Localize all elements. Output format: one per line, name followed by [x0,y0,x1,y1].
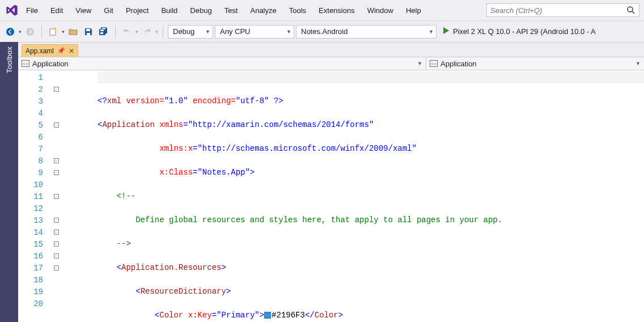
svg-point-2 [6,28,14,36]
chevron-down-icon: ▼ [635,61,641,66]
code-text[interactable]: <?xml version="1.0" encoding="utf-8" ?> … [98,70,644,322]
chevron-down-icon: ▼ [429,29,434,35]
color-swatch-icon [264,312,271,319]
svg-rect-9 [100,32,103,34]
scope-icon: <> [430,60,438,67]
redo-button[interactable] [140,25,154,39]
menu-edit[interactable]: Edit [45,4,69,17]
play-icon [443,27,450,36]
new-project-button[interactable] [46,25,60,39]
dropdown-value: Notes.Android [301,27,348,36]
dropdown-value: Debug [173,27,194,36]
vs-logo-icon [5,3,19,18]
svg-rect-8 [100,29,104,31]
open-file-button[interactable] [66,25,80,39]
svg-point-0 [628,7,633,12]
menu-debug[interactable]: Debug [184,4,217,17]
menu-test[interactable]: Test [219,4,244,17]
save-button[interactable] [82,25,95,39]
start-debugging-button[interactable]: Pixel 2 XL Q 10.0 - API 29 (Android 10.0… [438,25,600,39]
scope-icon: <> [22,60,29,67]
save-all-button[interactable] [97,25,111,39]
solution-config-dropdown[interactable]: Debug▼ [168,25,213,39]
svg-rect-6 [87,33,90,35]
quick-launch-search[interactable] [486,3,639,17]
chevron-down-icon: ▼ [417,61,422,66]
nav-scope-dropdown[interactable]: <> Application ▼ [18,57,426,70]
undo-button[interactable] [120,25,134,39]
svg-rect-4 [50,29,56,35]
menu-build[interactable]: Build [155,4,183,17]
current-line-highlight [98,71,644,83]
solution-platform-dropdown[interactable]: Any CPU▼ [215,25,294,39]
toolbox-panel-tab[interactable]: Toolbox [0,42,18,322]
nav-member-dropdown[interactable]: <> Application ▼ [426,57,644,70]
menu-help[interactable]: Help [400,4,427,17]
code-navigation-bar: <> Application ▼ <> Application ▼ [18,57,644,70]
startup-project-dropdown[interactable]: Notes.Android▼ [296,25,437,39]
svg-point-3 [26,28,34,36]
search-icon [626,6,635,15]
toolbar-separator [115,26,116,38]
run-target-label: Pixel 2 XL Q 10.0 - API 29 (Android 10.0… [453,27,596,36]
menu-git[interactable]: Git [98,4,119,17]
menu-file[interactable]: File [20,4,44,17]
document-tab-bar: App.xaml 📌 ✕ [18,42,644,57]
svg-rect-5 [86,29,90,31]
chevron-down-icon: ▼ [286,29,291,35]
tab-title: App.xaml [26,47,54,55]
toolbar-separator [41,26,42,38]
search-input[interactable] [490,6,626,15]
code-editor[interactable]: 1 2− 3 4 5− 6 7 8− 9− 10 11− 12 13− 14− … [18,70,644,322]
nav-member-label: Application [440,60,477,68]
toolbar-separator [163,26,163,38]
nav-back-button[interactable] [3,25,17,39]
standard-toolbar: ▾ ▾ ▾ ▾ Debug▼ Any CPU▼ Notes.Android▼ P… [0,20,644,42]
menu-project[interactable]: Project [120,4,154,17]
toolbox-label: Toolbox [5,46,14,73]
line-number-gutter: 1 2− 3 4 5− 6 7 8− 9− 10 11− 12 13− 14− … [18,70,98,322]
nav-scope-label: Application [32,60,69,68]
dropdown-value: Any CPU [220,27,250,36]
editor-area: App.xaml 📌 ✕ <> Application ▼ <> Applica… [18,42,644,322]
menu-view[interactable]: View [70,4,97,17]
menu-bar: File Edit View Git Project Build Debug T… [0,0,644,20]
pin-icon[interactable]: 📌 [57,47,65,54]
menu-analyze[interactable]: Analyze [244,4,282,17]
menu-tools[interactable]: Tools [283,4,312,17]
chevron-down-icon: ▼ [205,29,210,35]
close-icon[interactable]: ✕ [69,47,74,55]
svg-line-1 [632,11,634,14]
document-tab[interactable]: App.xaml 📌 ✕ [22,44,78,57]
nav-forward-button[interactable] [23,25,37,39]
menu-extensions[interactable]: Extensions [313,4,361,17]
menu-window[interactable]: Window [362,4,399,17]
